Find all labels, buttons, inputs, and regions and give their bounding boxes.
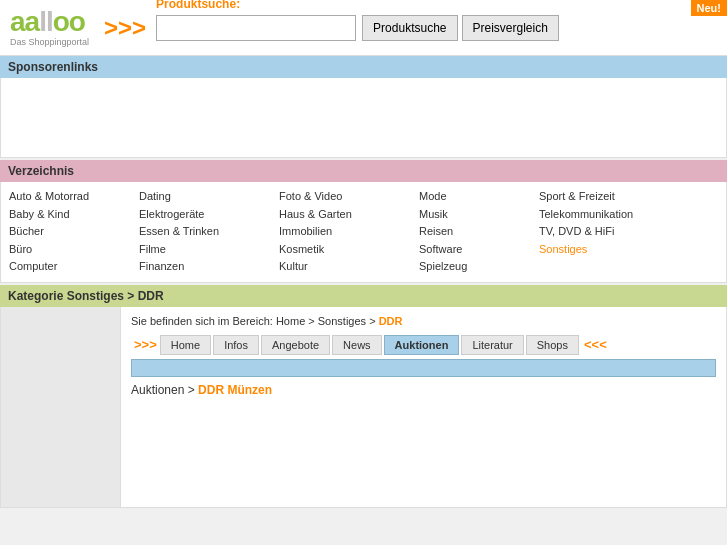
- tabs-right-arrow[interactable]: <<<: [581, 337, 610, 352]
- verzeichnis-content: Auto & Motorrad Baby & Kind Bücher Büro …: [0, 182, 727, 283]
- cat-mode[interactable]: Mode: [419, 188, 539, 206]
- cat-kosmetik[interactable]: Kosmetik: [279, 241, 419, 259]
- logo-subtext: Das Shoppingportal: [10, 37, 89, 47]
- cat-telekommunikation[interactable]: Telekommunikation: [539, 206, 699, 224]
- tab-shops[interactable]: Shops: [526, 335, 579, 355]
- cat-finanzen[interactable]: Finanzen: [139, 258, 279, 276]
- kategorie-bar: Kategorie Sonstiges > DDR: [0, 285, 727, 307]
- tab-literatur[interactable]: Literatur: [461, 335, 523, 355]
- cat-software[interactable]: Software: [419, 241, 539, 259]
- tabs-area: >>> Home Infos Angebote News Auktionen L…: [131, 335, 716, 355]
- breadcrumb-prefix: Sie befinden sich im Bereich: Home > Son…: [131, 315, 379, 327]
- verzeichnis-bar: Verzeichnis: [0, 160, 727, 182]
- cat-foto-video[interactable]: Foto & Video: [279, 188, 419, 206]
- cat-sonstiges[interactable]: Sonstiges: [539, 241, 699, 259]
- cat-immobilien[interactable]: Immobilien: [279, 223, 419, 241]
- search-label: Produktsuche:: [156, 0, 240, 11]
- left-sidebar: [1, 307, 121, 507]
- tab-home[interactable]: Home: [160, 335, 211, 355]
- cat-musik[interactable]: Musik: [419, 206, 539, 224]
- arrows-icon: >>>: [104, 14, 146, 42]
- sponsoren-bar: Sponsorenlinks: [0, 56, 727, 78]
- cat-reisen[interactable]: Reisen: [419, 223, 539, 241]
- tabs-left-arrow[interactable]: >>>: [131, 337, 160, 352]
- cat-buero[interactable]: Büro: [9, 241, 139, 259]
- breadcrumb: Sie befinden sich im Bereich: Home > Son…: [131, 315, 716, 327]
- cat-col-3: Foto & Video Haus & Garten Immobilien Ko…: [279, 188, 419, 276]
- cat-tv-dvd-hifi[interactable]: TV, DVD & HiFi: [539, 223, 699, 241]
- cat-haus-garten[interactable]: Haus & Garten: [279, 206, 419, 224]
- logo[interactable]: aalloo: [10, 8, 89, 36]
- content-highlight-bar: [131, 359, 716, 377]
- cat-sport-freizeit[interactable]: Sport & Freizeit: [539, 188, 699, 206]
- cat-spielzeug[interactable]: Spielzeug: [419, 258, 539, 276]
- cat-auto-motorrad[interactable]: Auto & Motorrad: [9, 188, 139, 206]
- auktionen-prefix: Auktionen >: [131, 383, 198, 397]
- cat-filme[interactable]: Filme: [139, 241, 279, 259]
- cat-baby-kind[interactable]: Baby & Kind: [9, 206, 139, 224]
- cat-col-4: Mode Musik Reisen Software Spielzeug: [419, 188, 539, 276]
- tab-news[interactable]: News: [332, 335, 382, 355]
- cat-computer[interactable]: Computer: [9, 258, 139, 276]
- search-area: Produktsuche: Produktsuche Preisvergleic…: [156, 15, 717, 41]
- breadcrumb-current: DDR: [379, 315, 403, 327]
- tab-infos[interactable]: Infos: [213, 335, 259, 355]
- cat-col-2: Dating Elektrogeräte Essen & Trinken Fil…: [139, 188, 279, 276]
- cat-col-5: Sport & Freizeit Telekommunikation TV, D…: [539, 188, 699, 276]
- right-content: Sie befinden sich im Bereich: Home > Son…: [121, 307, 726, 507]
- main-content: Sie befinden sich im Bereich: Home > Son…: [0, 307, 727, 508]
- neu-badge: Neu!: [691, 0, 727, 16]
- tab-auktionen[interactable]: Auktionen: [384, 335, 460, 355]
- cat-essen-trinken[interactable]: Essen & Trinken: [139, 223, 279, 241]
- cat-col-1: Auto & Motorrad Baby & Kind Bücher Büro …: [9, 188, 139, 276]
- preisvergleich-button[interactable]: Preisvergleich: [462, 15, 559, 41]
- header: aalloo Das Shoppingportal >>> Produktsuc…: [0, 0, 727, 56]
- search-input[interactable]: [156, 15, 356, 41]
- cat-kultur[interactable]: Kultur: [279, 258, 419, 276]
- ddr-muenzen-link[interactable]: DDR Münzen: [198, 383, 272, 397]
- cat-dating[interactable]: Dating: [139, 188, 279, 206]
- cat-elektrogeraete[interactable]: Elektrogeräte: [139, 206, 279, 224]
- logo-area: aalloo Das Shoppingportal: [10, 8, 89, 47]
- cat-buecher[interactable]: Bücher: [9, 223, 139, 241]
- sponsoren-content: [0, 78, 727, 158]
- produktsuche-button[interactable]: Produktsuche: [362, 15, 457, 41]
- verzeichnis-grid: Auto & Motorrad Baby & Kind Bücher Büro …: [9, 188, 718, 276]
- tab-angebote[interactable]: Angebote: [261, 335, 330, 355]
- auktionen-link: Auktionen > DDR Münzen: [131, 383, 716, 397]
